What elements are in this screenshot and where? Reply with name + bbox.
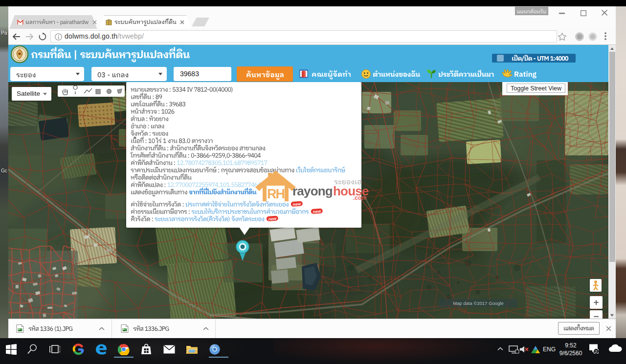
svg-text:2: 2 (595, 349, 598, 354)
svg-text:Map data ©2017 Google: Map data ©2017 Google (453, 300, 504, 306)
